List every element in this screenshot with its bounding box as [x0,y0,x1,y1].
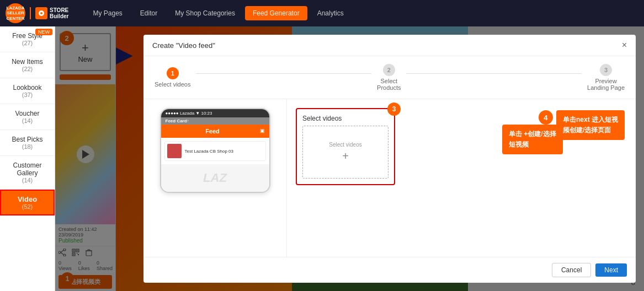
feed-card-header: Feed Card↑ [161,117,269,125]
step-line-1-2 [196,73,371,74]
sidebar-item-count: (14) [3,117,51,124]
select-videos-panel: Select videos Select videos + 3 单击 +创建/选… [287,99,636,257]
step-line-2-3 [406,73,582,74]
main-content: NEW Free Style (27) New Items (22) Lookb… [0,26,644,291]
phone-nav-label: Feed [205,128,220,134]
sidebar-item-label: Best Picks [3,136,51,143]
steps-bar: 1 Select videos 2 Select Products 3 Prev… [143,56,636,99]
sidebar-item-label: Lookbook [3,84,51,91]
logo-area: LAZADA SELLER CENTER STORE Builder [6,3,68,23]
sidebar-item-new-items[interactable]: New Items (22) [0,52,55,78]
phone-product-item: Test Lazada CB Shop 03 [164,141,266,161]
step-3: 3 Preview Landing Page [587,64,625,91]
sidebar-item-count: (37) [3,91,51,98]
step3-badge: 3 [387,103,401,116]
content-area: 2 + New Created on 11:42 23/09/2019 Publ… [55,26,644,291]
step-circle-3: 3 [600,64,612,76]
header: LAZADA SELLER CENTER STORE Builder My Pa… [0,0,644,26]
sidebar-item-label: Video [4,195,50,203]
phone-preview: ●●●●● Lazada ▼ 10:23 Feed Card↑ Feed ▣ [143,99,287,257]
sidebar-item-count: (52) [4,203,50,210]
modal: Create "Video feed" × 1 Select videos 2 … [143,35,636,283]
sidebar-item-count: (18) [3,143,51,150]
cancel-button[interactable]: Cancel [552,263,591,277]
plus-add-video-icon: + [342,150,349,163]
sidebar-item-free-style[interactable]: NEW Free Style (27) [0,26,55,52]
phone-watermark-area: LAZ [161,164,269,192]
nav-analytics[interactable]: Analytics [310,6,352,20]
sidebar-item-count: (27) [3,40,51,46]
next-button[interactable]: Next [595,263,627,277]
svg-point-1 [40,12,42,14]
step-1: 1 Select videos [155,67,190,88]
select-videos-box: Select videos Select videos + 3 [296,108,395,185]
step-label-2: Select Products [377,78,401,91]
sidebar-item-customer-gallery[interactable]: Customer Gallery (14) [0,156,55,190]
phone-nav-bar: Feed ▣ [161,125,269,138]
sidebar-item-label: New Items [3,58,51,66]
sidebar-item-label: Voucher [3,110,51,117]
video-icon: ▣ [260,128,265,133]
product-name: Test Lazada CB Shop 03 [185,149,234,154]
sidebar-item-video[interactable]: Video (52) [0,190,55,215]
phone-content: Test Lazada CB Shop 03 [161,138,269,164]
modal-footer: Cancel Next [143,257,636,283]
new-badge: NEW [35,29,52,35]
sidebar-item-lookbook[interactable]: Lookbook (37) [0,78,55,104]
modal-body: ●●●●● Lazada ▼ 10:23 Feed Card↑ Feed ▣ [143,99,636,257]
select-videos-title: Select videos [302,115,388,122]
product-thumbnail [167,144,182,158]
main-nav: My Pages Editor My Shop Categories Feed … [85,6,351,20]
select-videos-label: Select videos [329,142,361,148]
sidebar-item-count: (22) [3,66,51,72]
sidebar: NEW Free Style (27) New Items (22) Lookb… [0,26,55,291]
step-circle-2: 2 [383,64,395,76]
step-label-1: Select videos [155,81,190,88]
store-builder-icon [35,7,47,19]
step4-annotation-text: 单击next 进入短视 频创建/选择页面 [556,110,625,140]
nav-editor[interactable]: Editor [132,6,165,20]
phone-status-bar: ●●●●● Lazada ▼ 10:23 [161,109,269,117]
nav-my-shop-categories[interactable]: My Shop Categories [167,6,243,20]
sidebar-item-count: (14) [3,177,51,184]
modal-header: Create "Video feed" × [143,35,636,56]
sidebar-item-label: Customer Gallery [3,161,51,177]
store-builder-logo: STORE Builder [30,7,68,19]
sidebar-item-best-picks[interactable]: Best Picks (18) [0,130,55,156]
nav-my-pages[interactable]: My Pages [85,6,130,20]
step-circle-1: 1 [167,67,179,79]
phone-frame: ●●●●● Lazada ▼ 10:23 Feed Card↑ Feed ▣ [160,108,270,193]
modal-title: Create "Video feed" [152,41,215,50]
step4-annotation: 4 单击next 进入短视 频创建/选择页面 [539,110,625,140]
laz-watermark: LAZ [203,171,227,185]
step-2: 2 Select Products [377,64,401,91]
nav-feed-generator[interactable]: Feed Generator [245,6,307,20]
sidebar-item-voucher[interactable]: Voucher (14) [0,104,55,130]
lazada-logo: LAZADA SELLER CENTER [6,3,25,23]
step4-badge: 4 [539,110,553,125]
close-button[interactable]: × [622,40,627,50]
step-label-3: Preview Landing Page [587,78,625,91]
select-videos-inner[interactable]: Select videos + [302,126,388,179]
